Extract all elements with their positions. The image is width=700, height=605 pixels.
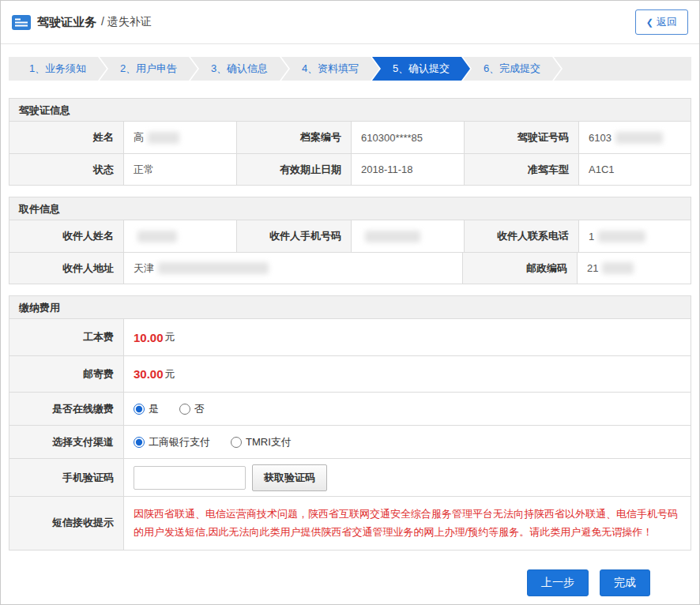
- redacted-value: [365, 231, 420, 242]
- channel-tmri-label: TMRI支付: [246, 435, 292, 449]
- online-payment-no-label: 否: [194, 402, 205, 416]
- recipient-tel-label: 收件人联系电话: [465, 220, 579, 252]
- table-row: 工本费 10.00元: [9, 319, 691, 355]
- table-row: 选择支付渠道 工商银行支付 TMRI支付: [9, 425, 691, 458]
- online-payment-options: 是 否: [124, 393, 691, 425]
- table-row: 手机验证码 获取验证码: [9, 458, 691, 496]
- recipient-tel-value: 1: [579, 220, 691, 252]
- online-payment-yes-option[interactable]: 是: [134, 402, 159, 416]
- recipient-name-label: 收件人姓名: [9, 220, 124, 252]
- sms-code-field: 获取验证码: [124, 459, 691, 496]
- sms-code-input[interactable]: [134, 466, 246, 490]
- vehicle-type-label: 准驾车型: [465, 154, 579, 185]
- step-3-confirm-info: 3、确认信息: [190, 57, 288, 81]
- name-value: 高: [124, 122, 237, 153]
- expiry-date-value: 2018-11-18: [352, 154, 465, 185]
- back-chevron-icon: ❮: [646, 17, 653, 28]
- recipient-phone-value: [352, 220, 465, 252]
- redacted-value: [602, 262, 634, 274]
- license-info-section: 驾驶证信息 姓名 高 档案编号 610300****85 驾驶证号码 6103 …: [9, 98, 691, 186]
- table-row: 收件人地址 天津 邮政编码 21: [9, 252, 691, 284]
- redacted-value: [158, 262, 269, 274]
- postage-fee-value: 30.00元: [124, 356, 691, 392]
- channel-tmri-option[interactable]: TMRI支付: [231, 435, 292, 449]
- header: 驾驶证业务 / 遗失补证 ❮ 返回: [1, 1, 699, 44]
- postal-code-label: 邮政编码: [463, 253, 578, 284]
- payment-channel-options: 工商银行支付 TMRI支付: [124, 426, 691, 458]
- table-row: 状态 正常 有效期止日期 2018-11-18 准驾车型 A1C1: [9, 153, 691, 185]
- step-1-business-notice: 1、业务须知: [9, 57, 107, 81]
- table-row: 收件人姓名 收件人手机号码 收件人联系电话 1: [9, 220, 691, 252]
- table-row: 是否在线缴费 是 否: [9, 392, 691, 425]
- postal-code-value: 21: [578, 253, 691, 284]
- previous-step-button[interactable]: 上一步: [527, 569, 589, 596]
- step-6-complete-submit: 6、完成提交: [463, 57, 561, 81]
- redacted-value: [148, 132, 179, 144]
- step-4-fill-materials: 4、资料填写: [281, 57, 379, 81]
- table-row: 短信接收提示 因陕西省联通、电信运营商技术问题，陕西省互联网交通安全综合服务管理…: [9, 496, 691, 550]
- sms-notice-label: 短信接收提示: [9, 497, 124, 550]
- pickup-info-section-title: 取件信息: [9, 197, 691, 220]
- online-payment-yes-label: 是: [149, 402, 159, 416]
- step-label: 3、确认信息: [211, 62, 268, 76]
- sms-notice-text: 因陕西省联通、电信运营商技术问题，陕西省互联网交通安全综合服务管理平台无法向持陕…: [134, 505, 679, 542]
- get-code-button[interactable]: 获取验证码: [252, 464, 327, 491]
- footer-actions: 上一步 完成: [1, 569, 650, 596]
- vehicle-type-value: A1C1: [579, 154, 691, 185]
- license-business-icon: [12, 15, 31, 30]
- step-label: 4、资料填写: [302, 62, 359, 76]
- redacted-value: [137, 231, 177, 242]
- table-row: 邮寄费 30.00元: [9, 355, 691, 392]
- channel-icbc-radio[interactable]: [134, 437, 145, 448]
- pickup-info-table: 收件人姓名 收件人手机号码 收件人联系电话 1 收件人地址 天津 邮政编码 21: [9, 220, 691, 284]
- finish-button[interactable]: 完成: [600, 569, 650, 596]
- page: 驾驶证业务 / 遗失补证 ❮ 返回 1、业务须知 2、用户申告 3、确认信息 4…: [0, 0, 700, 605]
- step-progress-filler: [554, 57, 691, 81]
- license-info-section-title: 驾驶证信息: [9, 98, 691, 122]
- step-5-confirm-submit: 5、确认提交: [372, 57, 470, 81]
- recipient-address-label: 收件人地址: [9, 253, 124, 284]
- online-payment-no-option[interactable]: 否: [179, 402, 205, 416]
- sms-notice-value: 因陕西省联通、电信运营商技术问题，陕西省互联网交通安全综合服务管理平台无法向持陕…: [124, 497, 691, 550]
- license-number-label: 驾驶证号码: [465, 122, 579, 153]
- table-row: 姓名 高 档案编号 610300****85 驾驶证号码 6103: [9, 122, 691, 153]
- page-subtitle: / 遗失补证: [101, 15, 152, 29]
- online-payment-no-radio[interactable]: [179, 404, 190, 415]
- fees-section-title: 缴纳费用: [9, 295, 691, 319]
- page-title: 驾驶证业务: [37, 15, 96, 30]
- recipient-phone-label: 收件人手机号码: [237, 220, 352, 252]
- file-number-label: 档案编号: [237, 122, 352, 153]
- channel-tmri-radio[interactable]: [231, 437, 242, 448]
- step-label: 2、用户申告: [120, 62, 177, 76]
- license-info-table: 姓名 高 档案编号 610300****85 驾驶证号码 6103 状态 正常 …: [9, 122, 691, 186]
- online-payment-label: 是否在线缴费: [9, 393, 124, 425]
- sms-code-label: 手机验证码: [9, 459, 124, 496]
- pickup-info-section: 取件信息 收件人姓名 收件人手机号码 收件人联系电话 1 收件人地址 天津 邮政…: [9, 197, 691, 284]
- back-button-label: 返回: [657, 15, 677, 29]
- channel-icbc-option[interactable]: 工商银行支付: [134, 435, 210, 449]
- step-2-user-declaration: 2、用户申告: [100, 57, 198, 81]
- license-number-value: 6103: [579, 122, 691, 153]
- expiry-date-label: 有效期止日期: [237, 154, 352, 185]
- redacted-value: [615, 132, 663, 144]
- step-label: 1、业务须知: [29, 62, 86, 76]
- recipient-name-value: [124, 220, 237, 252]
- fees-table: 工本费 10.00元 邮寄费 30.00元 是否在线缴费 是: [9, 319, 691, 551]
- channel-icbc-label: 工商银行支付: [149, 435, 210, 449]
- status-label: 状态: [9, 154, 124, 185]
- step-label: 6、完成提交: [484, 62, 540, 76]
- fees-section: 缴纳费用 工本费 10.00元 邮寄费 30.00元 是否在线缴费: [9, 295, 691, 551]
- step-label: 5、确认提交: [393, 62, 450, 76]
- payment-channel-label: 选择支付渠道: [9, 426, 124, 458]
- online-payment-yes-radio[interactable]: [134, 404, 145, 415]
- production-fee-value: 10.00元: [124, 319, 691, 355]
- recipient-address-value: 天津: [124, 253, 463, 284]
- back-button[interactable]: ❮ 返回: [635, 9, 688, 35]
- name-label: 姓名: [9, 122, 124, 153]
- redacted-value: [598, 231, 645, 242]
- step-progress: 1、业务须知 2、用户申告 3、确认信息 4、资料填写 5、确认提交 6、完成提…: [9, 57, 691, 81]
- status-value: 正常: [124, 154, 237, 185]
- production-fee-label: 工本费: [9, 319, 124, 355]
- file-number-value: 610300****85: [352, 122, 465, 153]
- postage-fee-label: 邮寄费: [9, 356, 124, 392]
